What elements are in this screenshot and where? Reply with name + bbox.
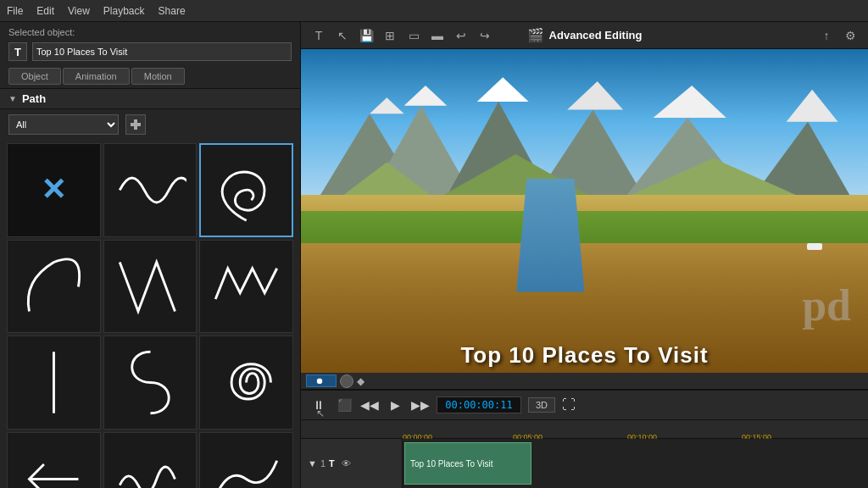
path-item-zigzag[interactable] xyxy=(103,240,198,334)
river-layer xyxy=(516,179,584,292)
redo-btn[interactable]: ↪ xyxy=(476,26,494,45)
selected-object-row: T xyxy=(0,39,300,64)
menu-share[interactable]: Share xyxy=(159,5,186,17)
timeline-record-btn[interactable]: ⏺ xyxy=(306,374,337,387)
timeline-track-row: ▼ 1 T 👁 Top 10 Places To Visit xyxy=(301,439,868,488)
save-btn[interactable]: 💾 xyxy=(357,26,376,45)
path-item-wave2[interactable] xyxy=(103,432,198,488)
menubar: File Edit View Playback Share xyxy=(0,0,868,22)
path-item-s-wave[interactable] xyxy=(199,432,293,488)
fullscreen-button[interactable]: ⛶ xyxy=(562,397,576,413)
path-item-m-wave[interactable] xyxy=(199,240,293,334)
menu-edit[interactable]: Edit xyxy=(36,5,54,17)
path-collapse-arrow[interactable]: ▼ xyxy=(8,94,17,103)
ae-title-icon: 🎬 xyxy=(527,27,544,43)
ae-title-text: Advanced Editing xyxy=(549,29,643,42)
svg-marker-10 xyxy=(477,77,529,102)
play-button[interactable]: ▶ xyxy=(386,396,404,414)
text-tool-btn[interactable]: T xyxy=(309,26,328,45)
timeline-keyframe-icon: ◆ xyxy=(357,375,364,387)
timeline-ruler: 00:00:00 00:05:00 00:10:00 00:15:00 xyxy=(301,420,868,439)
tab-animation[interactable]: Animation xyxy=(63,68,130,85)
path-section-label: Path xyxy=(22,92,46,105)
transform-btn[interactable]: ⊞ xyxy=(381,26,399,45)
svg-marker-14 xyxy=(654,86,726,118)
ae-toolbar-right: ↑ ⚙ xyxy=(817,26,860,45)
path-header: ▼ Path xyxy=(0,88,300,109)
path-item-arc-left[interactable] xyxy=(7,240,101,334)
track-content: Top 10 Places To Visit xyxy=(403,439,868,488)
fast-forward-button[interactable]: ▶▶ xyxy=(411,396,430,414)
path-grid: ✕ xyxy=(0,140,300,488)
text-type-icon: T xyxy=(8,42,27,61)
path-item-arrow-left[interactable] xyxy=(7,432,101,488)
svg-marker-8 xyxy=(404,86,448,106)
track-eye-icon[interactable]: 👁 xyxy=(342,458,351,469)
ae-header: T ↖ 💾 ⊞ ▭ ▬ ↩ ↪ 🎬 Advanced Editing ↑ ⚙ xyxy=(301,22,868,49)
cursor-indicator: ↖ xyxy=(316,408,325,419)
selected-object-input[interactable] xyxy=(32,42,292,61)
left-panel: Selected object: T Object Animation Moti… xyxy=(0,22,301,488)
tab-object[interactable]: Object xyxy=(8,68,61,85)
playback-bar: ⏸ ⬛ ◀◀ ▶ ▶▶ 00:00:00:11 3D ⛶ ↖ xyxy=(301,390,868,420)
grass-strip xyxy=(301,211,868,243)
svg-rect-1 xyxy=(131,123,141,126)
preview-area: Top 10 Places To Visit pd xyxy=(301,49,868,373)
track-index: 1 xyxy=(320,458,326,469)
timeline-controls-row: ⏺ ◆ xyxy=(301,373,868,390)
main-layout: Selected object: T Object Animation Moti… xyxy=(0,22,868,488)
path-item-s-curve[interactable] xyxy=(103,336,198,430)
select-tool-btn[interactable]: ↖ xyxy=(333,26,352,45)
pd-watermark: pd xyxy=(802,280,851,330)
share-btn[interactable]: ↑ xyxy=(817,26,836,45)
ae-title: 🎬 Advanced Editing xyxy=(527,27,643,43)
ae-toolbar-left: T ↖ 💾 ⊞ ▭ ▬ ↩ ↪ xyxy=(309,26,494,45)
svg-marker-12 xyxy=(567,81,623,109)
path-item-spiral[interactable] xyxy=(199,336,293,430)
rewind-button[interactable]: ◀◀ xyxy=(360,396,379,414)
svg-marker-6 xyxy=(370,97,404,114)
path-item-none[interactable]: ✕ xyxy=(7,143,101,237)
preview-text-overlay: Top 10 Places To Visit xyxy=(301,342,868,369)
stop-button[interactable]: ⬛ xyxy=(335,396,353,414)
timeline-circle-btn[interactable] xyxy=(340,374,353,388)
path-filter-dropdown[interactable]: All Basic Complex Custom xyxy=(8,114,119,135)
undo-btn[interactable]: ↩ xyxy=(452,26,470,45)
svg-marker-16 xyxy=(787,90,838,122)
path-item-vertical[interactable] xyxy=(7,336,101,430)
3d-mode-button[interactable]: 3D xyxy=(528,397,555,413)
path-item-wave[interactable] xyxy=(103,143,198,237)
timecode-display: 00:00:00:11 xyxy=(437,396,521,413)
menu-playback[interactable]: Playback xyxy=(103,5,145,17)
path-add-icon[interactable] xyxy=(125,114,146,135)
dropdown-row: All Basic Complex Custom xyxy=(0,109,300,140)
crop-btn[interactable]: ▭ xyxy=(404,26,423,45)
selected-object-label: Selected object: xyxy=(0,22,300,39)
car-object xyxy=(807,243,822,250)
settings-btn[interactable]: ⚙ xyxy=(841,26,860,45)
path-item-spiral-up[interactable] xyxy=(199,143,293,237)
menu-view[interactable]: View xyxy=(68,5,90,17)
trim-btn[interactable]: ▬ xyxy=(428,26,447,45)
menu-file[interactable]: File xyxy=(7,5,23,17)
landscape-image xyxy=(301,49,868,373)
path-section: ▼ Path All Basic Complex Custom xyxy=(0,88,300,488)
track-label-area: ▼ 1 T 👁 xyxy=(301,439,403,488)
right-panel: T ↖ 💾 ⊞ ▭ ▬ ↩ ↪ 🎬 Advanced Editing ↑ ⚙ xyxy=(301,22,868,488)
track-number: ▼ xyxy=(308,458,317,469)
tabs-row: Object Animation Motion xyxy=(0,64,300,88)
track-type-icon: T xyxy=(329,458,335,469)
tab-motion[interactable]: Motion xyxy=(131,68,185,85)
track-clip[interactable]: Top 10 Places To Visit xyxy=(404,442,531,485)
timeline-area: 00:00:00 00:05:00 00:10:00 00:15:00 ▼ 1 … xyxy=(301,420,868,488)
